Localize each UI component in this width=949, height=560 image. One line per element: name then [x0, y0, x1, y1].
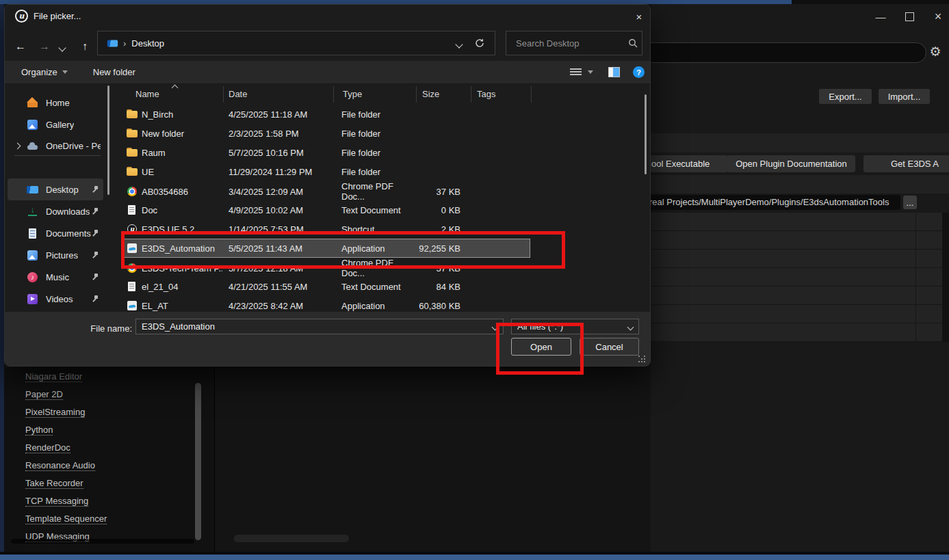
- search-box[interactable]: [506, 31, 642, 55]
- file-date-cell: 4/21/2025 11:55 AM: [222, 282, 333, 292]
- downloads-icon: [27, 206, 38, 217]
- minimize-icon[interactable]: —: [872, 9, 889, 24]
- organize-menu[interactable]: Organize: [21, 67, 68, 77]
- file-list-scrollbar[interactable]: [645, 94, 647, 174]
- resize-grip[interactable]: [638, 356, 647, 364]
- search-input[interactable]: [515, 38, 620, 49]
- file-size-cell: 37 KB: [415, 187, 470, 197]
- sidebar-item-music[interactable]: Music: [8, 266, 103, 288]
- new-folder-button[interactable]: New folder: [93, 67, 135, 77]
- annotation-rectangle-open-button: [496, 323, 584, 375]
- export-button[interactable]: Export...: [819, 89, 872, 104]
- tool-executable-button[interactable]: ool Executable: [643, 155, 728, 172]
- file-size-cell: 60,380 KB: [415, 301, 470, 311]
- column-header-tags[interactable]: Tags: [471, 84, 531, 105]
- file-size-cell: 0 KB: [415, 205, 470, 215]
- sidebar-item-onedrive-pers[interactable]: OneDrive - Pers: [8, 135, 103, 157]
- recent-locations-chevron-icon[interactable]: [60, 42, 65, 53]
- folder-icon: [127, 109, 138, 120]
- file-picker-dialog: u File picker... × ← → ↑ › Desktop: [4, 4, 651, 366]
- plugin-link-take-recorder[interactable]: Take Recorder: [4, 475, 214, 492]
- settings-gear-icon[interactable]: ⚙: [926, 42, 944, 60]
- column-header-size[interactable]: Size: [416, 84, 471, 105]
- view-dropdown-caret-icon[interactable]: [588, 70, 593, 74]
- file-row-doc[interactable]: Doc4/9/2025 10:02 AMText Document0 KB: [124, 200, 530, 219]
- header-separator: [223, 86, 224, 103]
- sidebar-item-videos[interactable]: Videos: [8, 288, 103, 310]
- maximize-icon[interactable]: [900, 9, 918, 24]
- plugin-link-label: Python: [25, 425, 53, 436]
- view-controls: ?: [570, 66, 645, 78]
- file-date-cell: 3/4/2025 12:09 AM: [222, 187, 333, 197]
- get-e3ds-button[interactable]: Get E3DS A: [863, 155, 949, 172]
- preview-pane-icon[interactable]: [608, 67, 620, 77]
- settings-row: [651, 286, 942, 305]
- browse-ellipsis-button[interactable]: ...: [903, 196, 917, 209]
- sidebar-item-label: Downloads: [46, 206, 90, 217]
- sidebar-item-pictures[interactable]: Pictures: [8, 244, 103, 266]
- close-icon[interactable]: ×: [629, 8, 649, 25]
- file-name-text: AB0354686: [142, 187, 188, 197]
- open-plugin-documentation-button[interactable]: Open Plugin Documentation: [727, 155, 855, 172]
- file-name-field[interactable]: [135, 319, 504, 334]
- sidebar-item-label: Videos: [46, 294, 73, 304]
- sidebar-scrollbar[interactable]: [107, 85, 109, 195]
- file-list: N_Birch4/25/2025 11:18 AMFile folderNew …: [124, 105, 530, 315]
- plugin-link-niagara-editor[interactable]: Niagara Editor: [4, 368, 214, 386]
- column-header-type[interactable]: Type: [333, 84, 416, 105]
- editor-search-bar[interactable]: [616, 42, 926, 63]
- file-name-cell: New folder: [124, 128, 222, 139]
- plugin-link-resonance-audio[interactable]: Resonance Audio: [4, 457, 214, 475]
- annotation-rectangle-file-row: [121, 231, 565, 269]
- file-row-el-21-04[interactable]: el_21_044/21/2025 11:55 AMText Document8…: [124, 277, 530, 296]
- unreal-engine-logo-icon: u: [15, 10, 28, 23]
- sidebar-item-label: OneDrive - Pers: [46, 141, 101, 151]
- plugin-link-python[interactable]: Python: [4, 421, 214, 439]
- settings-row: [651, 305, 942, 323]
- horizontal-scrollbar-thumb[interactable]: [234, 535, 349, 542]
- file-name-input[interactable]: [140, 321, 471, 332]
- sidebar-item-home[interactable]: Home: [8, 92, 103, 114]
- sidebar-item-documents[interactable]: Documents: [8, 222, 103, 244]
- refresh-icon[interactable]: [474, 38, 485, 49]
- file-name-cell: AB0354686: [124, 186, 222, 197]
- import-button[interactable]: Import...: [879, 89, 930, 104]
- plugin-link-label: Paper 2D: [25, 389, 63, 400]
- help-icon[interactable]: ?: [633, 66, 645, 78]
- plugin-link-renderdoc[interactable]: RenderDoc: [4, 439, 214, 457]
- pin-icon: [92, 208, 99, 215]
- file-type-cell: Text Document: [333, 282, 415, 292]
- file-row-new-folder[interactable]: New folder2/3/2025 1:58 PMFile folder: [124, 124, 530, 143]
- up-button[interactable]: ↑: [76, 38, 94, 55]
- cancel-button[interactable]: Cancel: [580, 338, 639, 356]
- sidebar-item-gallery[interactable]: Gallery: [8, 114, 103, 135]
- file-row-raum[interactable]: Raum5/7/2025 10:16 PMFile folder: [124, 143, 530, 162]
- sidebar-item-desktop[interactable]: Desktop: [8, 178, 103, 200]
- sidebar-item-downloads[interactable]: Downloads: [8, 200, 103, 222]
- file-row-ue[interactable]: UE11/29/2024 11:29 PMFile folder: [124, 162, 530, 181]
- address-bar[interactable]: › Desktop: [97, 31, 495, 55]
- close-icon[interactable]: ×: [929, 9, 947, 24]
- forward-button[interactable]: →: [36, 38, 53, 55]
- address-dropdown-chevron-icon[interactable]: [455, 40, 463, 48]
- breadcrumb-location[interactable]: Desktop: [131, 38, 164, 49]
- file-row-n-birch[interactable]: N_Birch4/25/2025 11:18 AMFile folder: [124, 105, 530, 124]
- desktop-location-icon: [107, 38, 118, 48]
- header-separator: [471, 86, 471, 103]
- sidebar-item-label: Documents: [46, 228, 91, 239]
- file-row-ab0354686[interactable]: AB03546863/4/2025 12:09 AMChrome PDF Doc…: [124, 181, 530, 200]
- settings-right-gutter: [942, 213, 949, 342]
- plugins-scrollbar[interactable]: [195, 383, 201, 540]
- plugin-link-tcp-messaging[interactable]: TCP Messaging: [4, 492, 214, 510]
- plugin-link-label: RenderDoc: [25, 442, 70, 453]
- column-header-date[interactable]: Date: [223, 84, 333, 105]
- details-view-icon[interactable]: [570, 68, 582, 77]
- plugin-link-paper-2d[interactable]: Paper 2D: [4, 386, 214, 403]
- plugins-bottom-shadow: [11, 539, 194, 544]
- plugin-link-pixelstreaming[interactable]: PixelStreaming: [4, 403, 214, 421]
- expander-chevron-icon[interactable]: [14, 142, 21, 149]
- back-button[interactable]: ←: [12, 38, 29, 55]
- file-list-header: Name Date Type Size Tags: [122, 84, 650, 105]
- plugin-path-field[interactable]: real Projects/MultiPlayerDemo/Plugins/E3…: [646, 195, 900, 210]
- plugin-link-template-sequencer[interactable]: Template Sequencer: [4, 510, 214, 528]
